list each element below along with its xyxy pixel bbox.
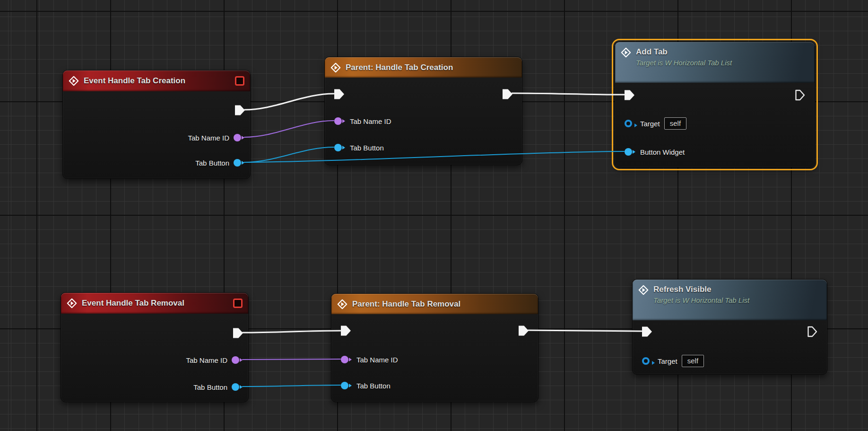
- wire-tab-name-id-removal[interactable]: [243, 359, 340, 360]
- node-header[interactable]: Refresh Visible Target is W Horizontal T…: [633, 280, 827, 320]
- tab-name-id-in-pin[interactable]: [334, 117, 342, 125]
- node-title: Add Tab: [636, 47, 732, 57]
- node-parent-handle-tab-removal[interactable]: Parent: Handle Tab Removal Tab Name ID T…: [331, 293, 538, 402]
- node-header[interactable]: Add Tab Target is W Horizontal Tab List: [615, 42, 815, 83]
- node-title: Refresh Visible: [653, 285, 749, 294]
- tab-name-id-in-pin[interactable]: [341, 356, 348, 363]
- pin-label: Target: [640, 120, 660, 128]
- exec-in-pin[interactable]: [642, 326, 652, 337]
- event-icon: [69, 76, 79, 86]
- target-pin[interactable]: [625, 120, 632, 127]
- node-refresh-visible[interactable]: Refresh Visible Target is W Horizontal T…: [632, 279, 827, 375]
- function-icon: [337, 299, 347, 309]
- tab-button-out-pin[interactable]: [234, 159, 241, 167]
- blueprint-graph-canvas[interactable]: Event Handle Tab Creation Tab Name ID Ta…: [0, 0, 868, 431]
- pin-label: Tab Button: [195, 159, 229, 167]
- exec-out-pin[interactable]: [807, 326, 817, 337]
- pin-label: Tab Name ID: [350, 117, 391, 125]
- target-self-value[interactable]: self: [682, 355, 704, 367]
- node-header[interactable]: Parent: Handle Tab Removal: [331, 294, 538, 314]
- node-event-handle-tab-creation[interactable]: Event Handle Tab Creation Tab Name ID Ta…: [62, 70, 251, 179]
- node-title: Event Handle Tab Removal: [82, 299, 184, 308]
- wire-tab-button-creation[interactable]: [244, 147, 334, 162]
- wire-tab-button-removal[interactable]: [243, 385, 340, 387]
- pin-label: Button Widget: [640, 148, 685, 156]
- delegate-pin[interactable]: [235, 76, 244, 86]
- pin-label: Tab Name ID: [356, 356, 398, 364]
- node-parent-handle-tab-creation[interactable]: Parent: Handle Tab Creation Tab Name ID …: [324, 57, 522, 165]
- tab-name-id-out-pin[interactable]: [234, 134, 241, 141]
- node-subtitle: Target is W Horizontal Tab List: [653, 296, 749, 304]
- function-icon: [638, 285, 649, 295]
- wire-exec-parent-to-refresh[interactable]: [528, 330, 642, 331]
- exec-out-pin[interactable]: [503, 89, 512, 100]
- pin-label: Tab Name ID: [188, 134, 229, 142]
- node-event-handle-tab-removal[interactable]: Event Handle Tab Removal Tab Name ID Tab…: [61, 292, 249, 402]
- node-header[interactable]: Parent: Handle Tab Creation: [325, 57, 522, 78]
- event-icon: [67, 298, 77, 308]
- node-title: Parent: Handle Tab Removal: [352, 299, 460, 309]
- node-title: Event Handle Tab Creation: [84, 76, 185, 86]
- exec-out-pin[interactable]: [519, 325, 529, 336]
- exec-out-pin[interactable]: [235, 105, 245, 116]
- target-pin[interactable]: [642, 357, 650, 365]
- node-subtitle: Target is W Horizontal Tab List: [636, 59, 732, 67]
- node-title: Parent: Handle Tab Creation: [346, 63, 453, 72]
- node-header[interactable]: Event Handle Tab Creation: [63, 70, 250, 91]
- node-header[interactable]: Event Handle Tab Removal: [61, 293, 248, 314]
- tab-button-in-pin[interactable]: [341, 382, 348, 389]
- exec-in-pin[interactable]: [625, 90, 634, 101]
- delegate-pin[interactable]: [233, 299, 243, 308]
- exec-out-pin[interactable]: [233, 328, 243, 339]
- exec-in-pin[interactable]: [341, 325, 351, 336]
- pin-label: Tab Name ID: [186, 356, 227, 364]
- wire-exec-parent-to-add-tab[interactable]: [512, 93, 624, 95]
- exec-in-pin[interactable]: [334, 89, 344, 100]
- function-icon: [330, 62, 341, 73]
- pin-label: Tab Button: [350, 144, 384, 152]
- target-self-value[interactable]: self: [664, 117, 686, 130]
- wire-exec-removal-to-parent[interactable]: [243, 331, 340, 333]
- pin-label: Tab Button: [356, 382, 391, 390]
- tab-button-in-pin[interactable]: [334, 144, 342, 151]
- function-icon: [621, 47, 631, 58]
- wire-exec-creation-to-parent[interactable]: [244, 94, 334, 110]
- pin-label: Target: [658, 357, 677, 365]
- tab-button-out-pin[interactable]: [232, 383, 239, 391]
- tab-name-id-out-pin[interactable]: [232, 356, 239, 364]
- button-widget-pin[interactable]: [625, 148, 632, 156]
- exec-out-pin[interactable]: [795, 89, 805, 101]
- wire-tab-name-id-creation[interactable]: [244, 121, 334, 137]
- node-add-tab[interactable]: Add Tab Target is W Horizontal Tab List …: [615, 42, 815, 167]
- pin-label: Tab Button: [193, 383, 227, 391]
